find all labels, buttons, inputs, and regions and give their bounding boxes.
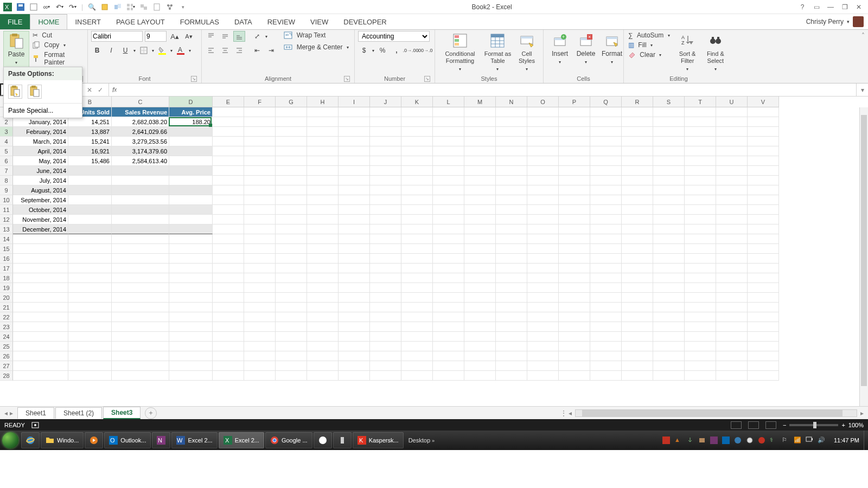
column-header[interactable]: C [112,97,169,107]
cell[interactable] [339,283,370,293]
cell[interactable] [13,293,68,303]
cell[interactable] [464,166,496,176]
cell[interactable] [653,254,685,264]
cell[interactable]: July, 2014 [13,176,68,185]
autosum-button[interactable]: ∑ AutoSum ▾ [627,31,671,40]
cell[interactable] [112,254,169,264]
cell[interactable] [433,264,464,273]
cell[interactable] [276,342,307,351]
cell[interactable]: 3,279,253.56 [112,137,169,146]
cell[interactable] [370,195,401,205]
tab-review[interactable]: REVIEW [260,14,303,29]
row-header[interactable]: 25 [0,342,13,351]
cell[interactable] [339,244,370,254]
cell[interactable] [370,146,401,156]
cell[interactable] [716,361,748,371]
tray-icon[interactable]: ⚐ [782,436,789,444]
cell[interactable] [68,224,112,234]
cell[interactable] [653,234,685,244]
cell[interactable] [433,371,464,381]
cell[interactable] [370,303,401,312]
cell[interactable] [401,293,433,303]
close-icon[interactable]: ✕ [853,3,865,11]
cell[interactable] [339,361,370,371]
cell[interactable] [590,215,622,224]
cell[interactable] [213,264,244,273]
cell[interactable] [13,283,68,293]
cell[interactable] [339,137,370,146]
row-header[interactable]: 14 [0,234,13,244]
cell[interactable] [433,293,464,303]
system-tray[interactable]: ▲ ⚕ ⚐ 📶 🔊 [658,436,829,444]
cell[interactable] [213,351,244,361]
cell[interactable] [590,166,622,176]
cell[interactable] [433,312,464,322]
cell[interactable] [244,166,276,176]
cell[interactable] [169,166,213,176]
cell[interactable]: December, 2014 [13,224,68,234]
cell[interactable] [244,156,276,166]
cell[interactable] [276,156,307,166]
page-break-view-icon[interactable] [765,421,776,429]
cell[interactable] [622,351,653,361]
cell[interactable] [559,224,590,234]
cell[interactable] [464,303,496,312]
cell[interactable] [622,332,653,342]
cell[interactable] [339,215,370,224]
cell[interactable] [169,137,213,146]
row-header[interactable]: 12 [0,215,13,224]
cell[interactable] [590,224,622,234]
cell[interactable] [169,244,213,254]
cell[interactable] [244,137,276,146]
column-header[interactable]: N [496,97,527,107]
cell[interactable] [401,254,433,264]
cell[interactable] [68,293,112,303]
cell[interactable] [276,127,307,137]
cell[interactable] [169,205,213,215]
cell[interactable] [169,195,213,205]
cell[interactable] [339,351,370,361]
column-header[interactable]: S [653,97,685,107]
cell[interactable] [685,176,716,185]
cell[interactable] [496,264,527,273]
fill-button[interactable]: ▥ Fill ▾ [627,41,671,49]
cell[interactable] [748,215,779,224]
cell[interactable] [716,127,748,137]
tray-icon[interactable] [662,436,670,444]
cell[interactable] [527,156,559,166]
cell[interactable] [307,312,339,322]
cell[interactable] [307,195,339,205]
cell[interactable] [68,176,112,185]
format-cells-button[interactable]: Format▾ [599,31,625,67]
cell[interactable] [559,264,590,273]
cell[interactable] [401,156,433,166]
cell[interactable] [13,273,68,283]
cell[interactable] [112,273,169,283]
row-header[interactable]: 13 [0,224,13,234]
cell[interactable] [213,312,244,322]
cell[interactable] [401,361,433,371]
cell[interactable] [307,303,339,312]
cell[interactable] [244,107,276,117]
ribbon-display-icon[interactable]: ▭ [810,3,822,11]
taskbar-item-excel[interactable]: XExcel 2...Excel 2... [219,432,264,448]
cell[interactable] [527,146,559,156]
cell[interactable] [716,351,748,361]
underline-button[interactable]: U [119,45,131,56]
cell[interactable] [496,117,527,127]
row-header[interactable]: 10 [0,195,13,205]
network-icon[interactable]: 📶 [794,436,801,444]
cell[interactable] [685,195,716,205]
cell[interactable] [213,215,244,224]
align-middle-icon[interactable] [219,31,231,42]
italic-button[interactable]: I [105,45,117,56]
cell[interactable] [433,137,464,146]
cell[interactable]: March, 2014 [13,137,68,146]
tray-icon[interactable] [758,436,765,444]
cell[interactable] [590,234,622,244]
sheet-tab[interactable]: Sheet1 [17,407,54,419]
cell[interactable] [685,371,716,381]
cell[interactable] [496,224,527,234]
cell[interactable] [244,205,276,215]
cell[interactable] [685,322,716,332]
